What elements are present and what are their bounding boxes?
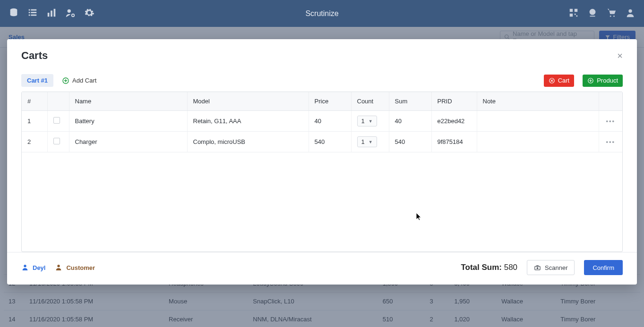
cart-delete-button[interactable]: Cart (544, 75, 575, 87)
svg-rect-7 (48, 13, 50, 17)
col-model[interactable]: Model (187, 92, 309, 111)
seller-icon (21, 264, 29, 271)
customer-icon (55, 264, 62, 271)
count-select[interactable]: 1▼ (357, 136, 377, 147)
svg-rect-12 (570, 9, 573, 12)
add-product-button[interactable]: Product (583, 75, 623, 87)
col-actions (599, 92, 622, 111)
cart-tab-1[interactable]: Cart #1 (21, 74, 53, 87)
header-left-icons (9, 8, 94, 19)
scanner-icon (534, 264, 541, 271)
col-count[interactable]: Count (351, 92, 389, 111)
svg-point-25 (24, 265, 26, 267)
user-icon[interactable] (625, 8, 635, 19)
svg-point-26 (58, 265, 60, 267)
user-settings-icon[interactable] (65, 8, 76, 19)
app-header: Scrutinize (0, 0, 644, 27)
plus-circle-icon (62, 77, 69, 84)
svg-rect-3 (29, 12, 30, 13)
chart-icon[interactable] (46, 8, 57, 19)
svg-rect-8 (51, 10, 52, 17)
seller-chip[interactable]: Deyl (21, 264, 45, 271)
col-price[interactable]: Price (309, 92, 351, 111)
cart-icon[interactable] (606, 8, 617, 19)
gear-icon[interactable] (84, 8, 94, 19)
close-icon[interactable]: × (617, 51, 623, 60)
svg-rect-6 (31, 15, 36, 16)
customer-chip[interactable]: Customer (55, 264, 95, 271)
mouse-cursor-icon (416, 212, 422, 222)
database-icon[interactable] (9, 8, 19, 19)
row-actions-icon[interactable]: ••• (606, 117, 615, 125)
svg-point-11 (72, 14, 75, 17)
money-icon[interactable] (587, 8, 598, 19)
add-cart-button[interactable]: Add Cart (62, 77, 96, 84)
svg-rect-13 (575, 9, 577, 12)
svg-point-18 (610, 16, 611, 17)
svg-rect-9 (54, 9, 56, 17)
svg-rect-1 (29, 9, 30, 11)
col-checkbox[interactable] (47, 92, 69, 111)
carts-modal: Carts × Cart #1 Add Cart Cart Product # … (7, 39, 637, 285)
col-sum[interactable]: Sum (389, 92, 431, 111)
col-prid[interactable]: PRID (431, 92, 477, 111)
col-name[interactable]: Name (69, 92, 187, 111)
col-note[interactable]: Note (477, 92, 599, 111)
confirm-button[interactable]: Confirm (584, 260, 623, 275)
modal-title: Carts (21, 50, 48, 62)
svg-point-17 (590, 9, 596, 15)
plus-circle-icon (587, 77, 594, 84)
svg-rect-16 (576, 16, 578, 17)
list-icon[interactable] (27, 8, 38, 19)
col-index[interactable]: # (22, 92, 47, 111)
row-actions-icon[interactable]: ••• (606, 138, 615, 145)
svg-point-28 (537, 267, 539, 269)
x-circle-icon (549, 77, 555, 84)
svg-rect-29 (536, 265, 539, 267)
app-title: Scrutinize (305, 9, 338, 18)
svg-rect-14 (570, 14, 573, 17)
svg-rect-2 (31, 9, 36, 11)
cart-row[interactable]: 2 Charger Complo, microUSB 540 1▼ 540 9f… (22, 132, 622, 152)
svg-point-20 (628, 9, 632, 13)
svg-point-10 (68, 9, 71, 13)
svg-rect-4 (31, 12, 36, 13)
header-right-icons (568, 8, 635, 19)
cart-table: # Name Model Price Count Sum PRID Note 1… (21, 92, 623, 252)
scanner-button[interactable]: Scanner (527, 260, 575, 275)
row-checkbox[interactable] (53, 138, 60, 144)
cart-row[interactable]: 1 Battery Retain, G11, AAA 40 1▼ 40 e22b… (22, 111, 622, 132)
count-select[interactable]: 1▼ (357, 116, 377, 126)
svg-rect-15 (575, 14, 576, 15)
svg-rect-5 (29, 15, 30, 16)
svg-point-19 (613, 16, 615, 17)
total-sum: Total Sum: 580 (461, 263, 517, 272)
row-checkbox[interactable] (53, 117, 60, 124)
qr-icon[interactable] (568, 8, 579, 19)
